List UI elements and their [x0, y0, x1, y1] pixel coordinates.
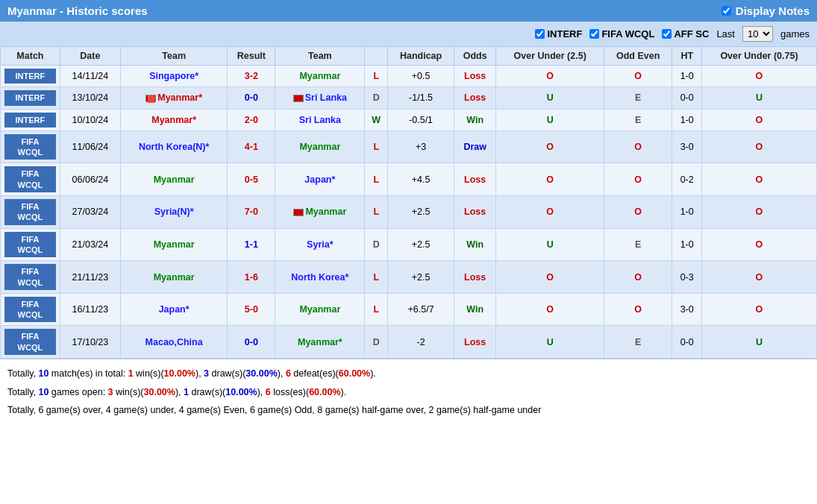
table-row: FIFA WCQL16/11/23Japan*5-0MyanmarL+6.5/7… [1, 293, 817, 326]
match-type-cell: INTERF [1, 109, 60, 130]
team2-cell: Sri Lanka [275, 87, 365, 109]
handicap-cell: +2.5 [388, 228, 454, 261]
last-label: Last [716, 28, 735, 40]
team1-cell: Myanmar [120, 163, 227, 196]
date-cell: 16/11/23 [60, 293, 120, 326]
wdl-cell: W [365, 109, 388, 130]
oddeven-cell: O [604, 66, 672, 87]
oddeven-cell: O [604, 130, 672, 163]
team1-cell: Myanmar* [120, 109, 227, 130]
header: Myanmar - Historic scores Display Notes [0, 0, 817, 22]
match-type-cell: FIFA WCQL [1, 261, 60, 294]
filter-aff-sc: AFF SC [662, 28, 709, 40]
handicap-cell: -2 [388, 326, 454, 359]
table-row: INTERF14/11/24Singapore*3-2MyanmarL+0.5L… [1, 66, 817, 87]
team1-cell: Syria(N)* [120, 196, 227, 229]
wdl-cell: L [365, 293, 388, 326]
col-odds: Odds [454, 47, 496, 66]
odds-cell: Loss [454, 66, 496, 87]
wdl-cell: L [365, 66, 388, 87]
ou25-cell: U [496, 109, 604, 130]
ou075-cell: O [701, 163, 816, 196]
ou075-cell: O [701, 130, 816, 163]
scores-table: Match Date Team Result Team Handicap Odd… [0, 46, 817, 359]
oddeven-cell: O [604, 293, 672, 326]
aff-sc-label: AFF SC [674, 28, 709, 40]
team1-cell: Myanmar [120, 261, 227, 294]
ou25-cell: O [496, 261, 604, 294]
team2-cell: Myanmar [275, 293, 365, 326]
team2-cell: Japan* [275, 163, 365, 196]
summary-section: Totally, 10 match(es) in total: 1 win(s)… [0, 359, 817, 426]
ht-cell: 1-0 [672, 196, 702, 229]
ht-cell: 1-0 [672, 109, 702, 130]
handicap-cell: +2.5 [388, 261, 454, 294]
result-cell: 5-0 [228, 293, 275, 326]
match-type-cell: FIFA WCQL [1, 130, 60, 163]
wdl-cell: D [365, 326, 388, 359]
ht-cell: 0-2 [672, 163, 702, 196]
table-row: FIFA WCQL21/03/24Myanmar1-1Syria*D+2.5Wi… [1, 228, 817, 261]
ht-cell: 1-0 [672, 228, 702, 261]
team1-cell: Myanmar [120, 228, 227, 261]
team1-cell: Macao,China [120, 326, 227, 359]
date-cell: 06/06/24 [60, 163, 120, 196]
result-cell: 1-1 [228, 228, 275, 261]
col-over-under-25: Over Under (2.5) [496, 47, 604, 66]
table-header-row: Match Date Team Result Team Handicap Odd… [1, 47, 817, 66]
oddeven-cell: E [604, 109, 672, 130]
handicap-cell: +0.5 [388, 66, 454, 87]
ht-cell: 0-0 [672, 326, 702, 359]
team2-cell: Myanmar* [275, 326, 365, 359]
fifa-wcql-checkbox[interactable] [589, 29, 599, 39]
team2-cell: Syria* [275, 228, 365, 261]
games-label: games [780, 28, 810, 40]
handicap-cell: +3 [388, 130, 454, 163]
wdl-cell: L [365, 261, 388, 294]
odds-cell: Loss [454, 261, 496, 294]
table-row: FIFA WCQL06/06/24Myanmar0-5Japan*L+4.5Lo… [1, 163, 817, 196]
team1-cell: Japan* [120, 293, 227, 326]
display-notes-label: Display Notes [736, 4, 810, 17]
oddeven-cell: E [604, 228, 672, 261]
odds-cell: Loss [454, 196, 496, 229]
ou075-cell: O [701, 228, 816, 261]
handicap-cell: +2.5 [388, 196, 454, 229]
result-cell: 0-0 [228, 87, 275, 109]
ht-cell: 3-0 [672, 293, 702, 326]
date-cell: 13/10/24 [60, 87, 120, 109]
aff-sc-checkbox[interactable] [662, 29, 672, 39]
col-odd-even: Odd Even [604, 47, 672, 66]
date-cell: 11/06/24 [60, 130, 120, 163]
team2-cell: Sri Lanka [275, 109, 365, 130]
result-cell: 4-1 [228, 130, 275, 163]
ou25-cell: U [496, 326, 604, 359]
oddeven-cell: E [604, 87, 672, 109]
summary-line2: Totally, 10 games open: 3 win(s)(30.00%)… [7, 384, 810, 401]
wdl-cell: L [365, 196, 388, 229]
ou075-cell: O [701, 293, 816, 326]
date-cell: 27/03/24 [60, 196, 120, 229]
odds-cell: Win [454, 293, 496, 326]
oddeven-cell: O [604, 196, 672, 229]
odds-cell: Win [454, 109, 496, 130]
col-result: Result [228, 47, 275, 66]
table-row: FIFA WCQL11/06/24North Korea(N)*4-1Myanm… [1, 130, 817, 163]
interf-checkbox[interactable] [535, 29, 545, 39]
team2-cell: Myanmar [275, 130, 365, 163]
last-games-select[interactable]: 5 10 15 20 25 30 [742, 26, 773, 42]
wdl-cell: D [365, 87, 388, 109]
table-row: FIFA WCQL21/11/23Myanmar1-6North Korea*L… [1, 261, 817, 294]
display-notes-checkbox[interactable] [721, 6, 731, 16]
page-title: Myanmar - Historic scores [7, 4, 148, 17]
result-cell: 0-0 [228, 326, 275, 359]
ou25-cell: O [496, 130, 604, 163]
summary-line1: Totally, 10 match(es) in total: 1 win(s)… [7, 365, 810, 382]
ou25-cell: O [496, 196, 604, 229]
match-type-cell: FIFA WCQL [1, 196, 60, 229]
filter-fifa-wcql: FIFA WCQL [589, 28, 654, 40]
table-row: FIFA WCQL17/10/23Macao,China0-0Myanmar*D… [1, 326, 817, 359]
fifa-wcql-label: FIFA WCQL [601, 28, 654, 40]
ht-cell: 0-3 [672, 261, 702, 294]
match-type-cell: FIFA WCQL [1, 228, 60, 261]
